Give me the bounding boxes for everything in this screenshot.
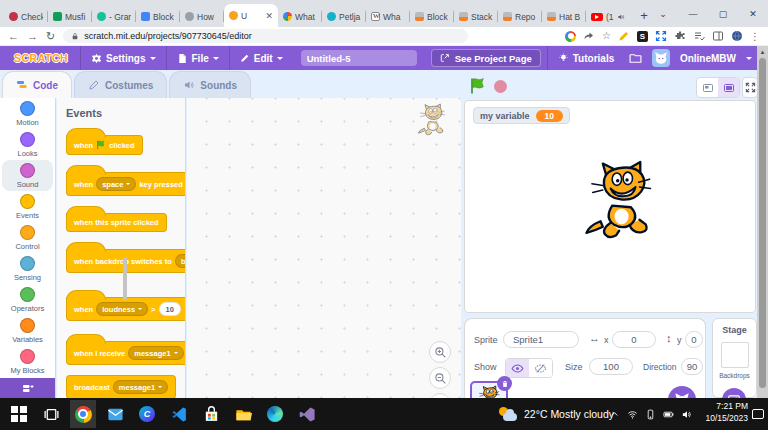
category-events[interactable]: Events [0,191,55,222]
delete-sprite-badge[interactable] [497,376,512,391]
tab-code[interactable]: Code [2,71,72,98]
category-operators[interactable]: Operators [0,284,55,315]
message-dropdown[interactable]: message1 [113,380,168,394]
browser-tab[interactable]: - Gran [92,6,136,27]
browser-tab[interactable]: Petlja [322,6,366,27]
key-dropdown[interactable]: space [96,177,136,191]
chrome-menu-icon[interactable]: ⋮ [750,31,760,42]
x-input[interactable]: 0 [612,331,656,348]
browser-tab[interactable]: Musfi [48,6,92,27]
wifi-icon[interactable] [627,409,638,420]
scrollbar-thumb[interactable] [759,58,766,388]
taskbar-weather[interactable]: 22°C Mostly cloudy [498,398,614,430]
browser-tab[interactable]: Stack [454,6,498,27]
block-when-i-receive[interactable]: when I receive message1 [66,341,186,365]
stop-button[interactable] [494,80,507,93]
taskbar-clock[interactable]: 7:21 PM 10/15/2023 [705,401,748,425]
taskbar-canva[interactable]: C [134,400,160,428]
hide-sprite-button[interactable] [529,359,552,377]
size-input[interactable]: 100 [589,358,633,375]
block-when-loudness-greater[interactable]: when loudness > 10 [66,297,186,321]
direction-input[interactable]: 90 [681,358,703,375]
close-button[interactable]: ✕ [738,0,768,27]
tutorials-menu[interactable]: Tutorials [548,46,624,70]
fullscreen-extension-icon[interactable] [655,30,667,42]
s-extension-icon[interactable]: S [637,31,648,42]
variable-monitor[interactable]: my variable 10 [473,107,570,124]
settings-menu[interactable]: Settings [81,46,165,70]
small-stage-button[interactable] [697,78,718,97]
pencil-extension-icon[interactable] [618,30,630,42]
block-when-key-pressed[interactable]: when space key pressed [66,172,186,196]
see-project-page-button[interactable]: See Project Page [431,49,541,67]
reload-icon[interactable]: ↻ [46,31,55,42]
tray-chevron-up-icon[interactable] [609,409,620,420]
extensions-puzzle-icon[interactable] [674,30,686,42]
add-extension-button[interactable] [0,378,55,398]
backpack-folder-icon[interactable] [629,52,642,65]
google-profile-icon[interactable] [565,31,576,42]
scratch-logo[interactable]: SCRATCH [14,52,68,64]
browser-tab-active[interactable]: U✕ [224,4,278,27]
bookmark-star-icon[interactable]: ☆ [602,31,611,41]
username[interactable]: OnlineMBW [680,53,736,64]
back-icon[interactable]: ← [8,31,19,42]
chevron-down-icon[interactable] [746,57,752,63]
zoom-in-button[interactable] [429,341,451,363]
sprite-cat[interactable] [581,157,659,245]
browser-tab[interactable]: Repo [498,6,542,27]
file-menu[interactable]: File [167,46,229,70]
taskbar-ms-store[interactable] [198,400,224,428]
stage-selector-panel[interactable]: Stage Backdrops [712,318,757,398]
globe-profile-icon[interactable] [731,30,743,42]
backdrop-thumbnail[interactable] [721,342,749,368]
forward-icon[interactable]: → [27,31,38,42]
browser-tab[interactable]: (1 [586,6,630,27]
green-flag-button[interactable] [469,77,487,95]
number-input[interactable]: 10 [159,302,181,316]
browser-tab[interactable]: Wha [366,6,410,27]
edit-menu[interactable]: Edit [230,46,293,70]
battery-icon[interactable] [663,409,674,420]
block-when-flag-clicked[interactable]: when clicked [66,135,143,155]
browser-tab[interactable]: How [180,6,224,27]
reading-list-icon[interactable] [693,30,705,42]
share-icon[interactable] [583,30,595,42]
category-control[interactable]: Control [0,222,55,253]
notification-center-icon[interactable] [752,409,764,419]
fullscreen-button[interactable] [742,77,758,98]
volume-icon[interactable] [681,409,692,420]
category-my-blocks[interactable]: My Blocks [0,346,55,377]
block-broadcast[interactable]: broadcast message1 [66,375,176,398]
maximize-button[interactable]: ▢ [708,0,738,27]
task-view-button[interactable] [38,400,64,428]
side-panel-icon[interactable] [712,30,724,42]
category-variables[interactable]: Variables [0,315,55,346]
browser-scrollbar[interactable]: ▲ [757,46,768,398]
code-workspace[interactable] [187,98,461,398]
browser-tab[interactable]: What [278,6,322,27]
browser-tab[interactable]: Check [4,6,48,27]
palette-scrollbar[interactable] [123,257,127,300]
backdrop-dropdown[interactable]: backdrop1 [175,254,186,268]
tab-sounds[interactable]: Sounds [169,71,251,98]
large-stage-button[interactable] [718,78,739,97]
phone-link-icon[interactable] [645,409,656,420]
start-button[interactable] [6,400,32,428]
message-dropdown[interactable]: message1 [128,346,183,360]
taskbar-file-explorer[interactable] [230,400,256,428]
browser-tab[interactable]: Block [410,6,454,27]
taskbar-chrome[interactable] [70,400,96,428]
tab-close-icon[interactable]: ✕ [265,11,273,21]
url-field[interactable]: scratch.mit.edu/projects/907730645/edito… [63,29,468,43]
browser-tab[interactable]: Block [136,6,180,27]
block-when-sprite-clicked[interactable]: when this sprite clicked [66,213,167,232]
taskbar-visual-studio[interactable] [294,400,320,428]
y-input[interactable]: 0 [685,331,703,348]
category-sensing[interactable]: Sensing [0,253,55,284]
sensor-dropdown[interactable]: loudness [96,302,148,316]
taskbar-edge[interactable] [262,400,288,428]
category-looks[interactable]: Looks [0,129,55,160]
scroll-up-arrow-icon[interactable]: ▲ [757,46,768,57]
sprite-name-input[interactable]: Sprite1 [503,331,579,348]
